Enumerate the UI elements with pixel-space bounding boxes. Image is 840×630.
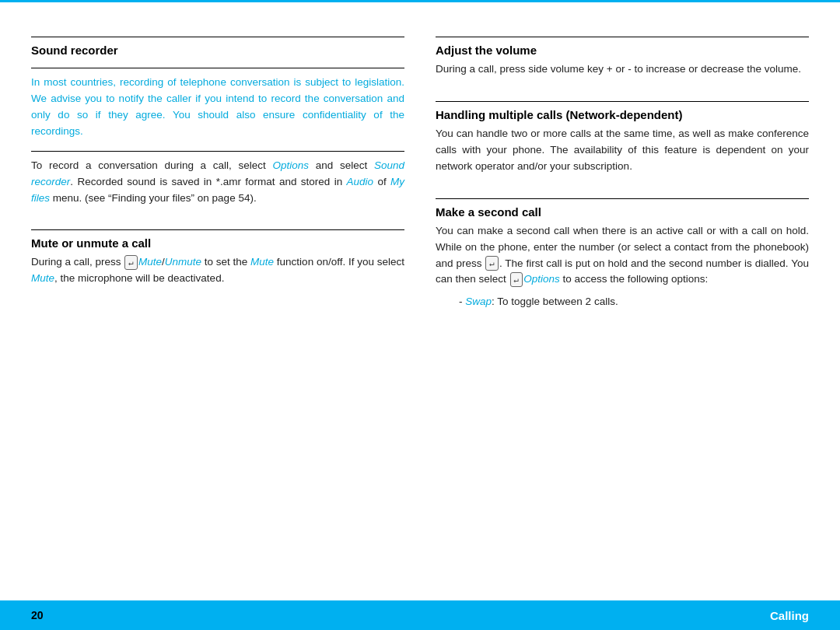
- mute-key-icon: ↵: [124, 255, 138, 270]
- mute-link3[interactable]: Mute: [31, 272, 54, 284]
- second-call-key1: ↵: [485, 256, 499, 271]
- sound-recorder-notice: In most countries, recording of telephon…: [31, 75, 404, 140]
- handling-multiple-body: You can handle two or more calls at the …: [436, 126, 809, 175]
- audio-link[interactable]: Audio: [347, 176, 374, 187]
- swap-body-text: : To toggle between 2 calls.: [492, 296, 618, 307]
- page-number: 20: [31, 609, 44, 621]
- left-column: Sound recorder In most countries, record…: [31, 26, 404, 585]
- make-second-call-body: You can make a second call when there is…: [436, 223, 809, 289]
- mute-body-part2: function on/off. If you select: [274, 256, 404, 268]
- second-call-body3: to access the following options:: [560, 273, 709, 285]
- swap-body: - Swap: To toggle between 2 calls.: [436, 294, 809, 310]
- section-divider-sound-recorder-2: [31, 68, 404, 68]
- second-call-options-link[interactable]: Options: [523, 273, 560, 285]
- mute-body-part1: to set the: [201, 256, 250, 268]
- swap-prefix: -: [459, 296, 465, 307]
- right-column: Adjust the volume During a call, press s…: [436, 26, 809, 585]
- make-second-call-title: Make a second call: [436, 205, 809, 219]
- handling-multiple-title: Handling multiple calls (Network-depende…: [436, 108, 809, 121]
- make-second-call-section: Make a second call You can make a second…: [436, 187, 809, 311]
- mute-section: Mute or unmute a call During a call, pre…: [31, 219, 404, 287]
- sound-recorder-body: To record a conversation during a call, …: [31, 158, 404, 207]
- sound-recorder-body-part4: of: [373, 176, 390, 187]
- swap-link[interactable]: Swap: [465, 296, 492, 307]
- page-container: Sound recorder In most countries, record…: [0, 0, 840, 630]
- sound-recorder-body-part5: menu. (see “Finding your files” on page …: [50, 192, 257, 204]
- sound-recorder-body-part1: To record a conversation during a call, …: [31, 159, 273, 171]
- sound-recorder-title: Sound recorder: [31, 44, 404, 57]
- section-divider-multiple: [436, 101, 809, 102]
- adjust-volume-section: Adjust the volume During a call, press s…: [436, 26, 809, 78]
- unmute-link[interactable]: Unmute: [165, 256, 201, 268]
- section-divider-volume: [436, 37, 809, 37]
- options-link[interactable]: Options: [273, 159, 310, 171]
- mute-link1[interactable]: Mute: [138, 256, 162, 268]
- mute-prefix: During a call, press: [31, 256, 124, 268]
- adjust-volume-body: During a call, press side volume key + o…: [436, 61, 809, 78]
- adjust-volume-title: Adjust the volume: [436, 44, 809, 57]
- mute-body: During a call, press ↵Mute/Unmute to set…: [31, 254, 404, 287]
- section-divider-mute: [31, 229, 404, 230]
- mute-title: Mute or unmute a call: [31, 236, 404, 250]
- content-area: Sound recorder In most countries, record…: [0, 2, 840, 600]
- section-divider-second-call: [436, 198, 809, 199]
- mute-body-part3: , the microphone will be deactivated.: [54, 272, 224, 284]
- sound-recorder-body-part3: . Recorded sound is saved in *.amr forma…: [70, 176, 346, 187]
- second-call-key2: ↵: [510, 272, 523, 287]
- section-divider-sound-recorder-3: [31, 151, 404, 152]
- page-label: Calling: [770, 609, 809, 622]
- bottom-bar: 20 Calling: [0, 600, 840, 630]
- mute-link2[interactable]: Mute: [250, 256, 274, 268]
- handling-multiple-section: Handling multiple calls (Network-depende…: [436, 90, 809, 175]
- sound-recorder-body-part2: and select: [309, 159, 374, 171]
- section-divider-sound-recorder: [31, 37, 404, 37]
- sound-recorder-section: Sound recorder In most countries, record…: [31, 26, 404, 206]
